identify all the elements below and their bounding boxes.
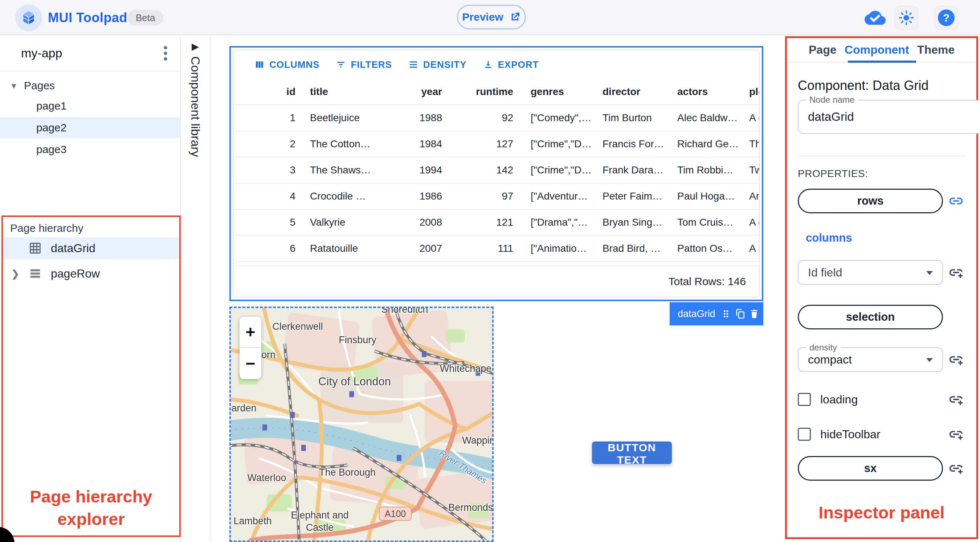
app-name: MUI Toolpad (48, 0, 127, 35)
export-button[interactable]: EXPORT (483, 59, 539, 70)
cell: 1 (234, 105, 297, 131)
app-menu-button[interactable] (157, 44, 174, 63)
density-button[interactable]: DENSITY (408, 59, 467, 70)
add-link-icon (948, 460, 964, 476)
cell: Ratatouille (297, 235, 384, 262)
zoom-in-button[interactable]: + (240, 317, 261, 348)
map-zoom-control: + − (240, 317, 261, 379)
sidebar-item-page1[interactable]: page1 (0, 95, 180, 116)
cell: ["Animatio… (515, 235, 602, 262)
page-hierarchy-panel: Page hierarchy dataGrid ❯ pageRow Page h… (2, 216, 181, 537)
map-place-label: Wapping (462, 435, 494, 446)
inspector-annotation-box: Page Component Theme Component: Data Gri… (785, 36, 978, 539)
cell: Paul Hoga… (674, 183, 748, 209)
cell: Peter Faim… (602, 183, 674, 209)
hide-toolbar-checkbox[interactable] (798, 428, 811, 441)
map-place-label: Whitechapel (440, 363, 494, 374)
deploy-status-button[interactable] (863, 6, 887, 30)
properties-label: PROPERTIES: (798, 168, 966, 180)
page-item-label: page2 (36, 122, 67, 134)
cell: Two… (748, 157, 759, 183)
cell: 127 (444, 131, 515, 157)
map-place-label: Elephant and Castle (282, 509, 358, 534)
cell: Francis For… (602, 131, 674, 157)
loading-checkbox[interactable] (798, 393, 811, 406)
column-header[interactable]: plot (748, 79, 759, 105)
node-name-input[interactable] (799, 100, 980, 133)
hierarchy-item-datagrid[interactable]: dataGrid (3, 237, 179, 259)
column-header[interactable]: year (384, 79, 444, 105)
columns-button[interactable]: COLUMNS (254, 59, 320, 70)
toolpad-app: MUI Toolpad Beta Preview (0, 0, 980, 542)
external-link-icon (509, 11, 521, 23)
cell: 2008 (384, 209, 444, 235)
add-link-icon (948, 351, 964, 367)
help-button[interactable]: ? (934, 6, 958, 30)
node-name-field[interactable]: Node name (798, 100, 980, 134)
cell: A ra… (748, 235, 759, 262)
page-item-label: page1 (36, 100, 67, 112)
canvas-button-component[interactable]: BUTTON TEXT (592, 442, 672, 464)
density-select[interactable]: density compact (798, 347, 943, 372)
column-header[interactable]: id (234, 79, 297, 105)
pages-tree-header[interactable]: ▾ Pages + (0, 76, 180, 95)
column-header[interactable]: actors (674, 79, 748, 105)
cell: 5 (234, 209, 297, 235)
cell: 111 (444, 235, 515, 262)
bind-id-field-button[interactable] (947, 264, 965, 281)
preview-button[interactable]: Preview (457, 5, 526, 29)
app-header: MUI Toolpad Beta Preview (0, 0, 980, 35)
theme-toggle-button[interactable] (894, 6, 918, 30)
density-label: density (806, 342, 841, 353)
map-place-label: City of London (318, 375, 391, 388)
chevron-right-icon[interactable]: ❯ (9, 268, 22, 280)
selection-chip-label: dataGrid (678, 308, 715, 319)
sidebar-item-page2[interactable]: page2 (0, 117, 180, 138)
bind-density-button[interactable] (947, 351, 965, 368)
sx-binding-button[interactable]: sx (798, 456, 943, 481)
page-row-icon (28, 266, 43, 281)
column-header[interactable]: title (297, 79, 384, 105)
datagrid-component[interactable]: COLUMNS FILTERS DENSITY EXPORT (229, 46, 763, 301)
bind-hide-toolbar-button[interactable] (947, 426, 965, 443)
download-icon (483, 59, 494, 70)
cell: The Cotton… (297, 131, 384, 157)
selection-binding-button[interactable]: selection (798, 305, 943, 329)
cube-logo-icon (21, 10, 37, 26)
add-link-icon (948, 426, 964, 442)
add-link-icon (948, 391, 964, 407)
question-mark-icon: ? (938, 10, 955, 26)
duplicate-button[interactable] (734, 306, 746, 322)
tab-component[interactable]: Component (845, 43, 909, 57)
delete-button[interactable] (749, 306, 760, 322)
expand-library-icon[interactable]: ▶ (181, 41, 210, 52)
scrollbar-track[interactable] (234, 262, 759, 266)
map-component[interactable]: Shoreditch Clerkenwell Finsbury born Whi… (229, 307, 494, 542)
bind-rows-button[interactable] (947, 192, 965, 210)
drag-handle[interactable] (721, 306, 731, 322)
bind-sx-button[interactable] (947, 459, 965, 477)
column-header[interactable]: genres (515, 79, 602, 105)
column-header[interactable]: director (602, 79, 674, 105)
columns-editor-button[interactable]: columns (798, 232, 966, 245)
cell: ["Comedy",… (515, 105, 602, 131)
rows-binding-button[interactable]: rows (798, 189, 943, 213)
hierarchy-item-label: dataGrid (51, 242, 95, 255)
map-place-label: Waterloo (247, 472, 286, 483)
hierarchy-item-pagerow[interactable]: ❯ pageRow (3, 263, 179, 285)
cell: Tim Burton (602, 105, 674, 131)
bind-loading-button[interactable] (947, 391, 965, 408)
tab-theme[interactable]: Theme (917, 43, 955, 57)
column-header[interactable]: runtime (444, 79, 515, 105)
tab-page[interactable]: Page (809, 43, 836, 57)
cell: A di… (748, 209, 759, 235)
sidebar-item-page3[interactable]: page3 (0, 139, 180, 160)
sx-property-row: sx (798, 456, 966, 481)
id-field-select[interactable]: Id field (798, 260, 943, 285)
cell: The Shaws… (297, 157, 384, 183)
filters-button[interactable]: FILTERS (336, 59, 391, 70)
cell: Valkyrie (297, 209, 384, 235)
rows-property-row: rows (798, 189, 966, 213)
add-link-icon (948, 264, 964, 280)
zoom-out-button[interactable]: − (240, 348, 261, 379)
